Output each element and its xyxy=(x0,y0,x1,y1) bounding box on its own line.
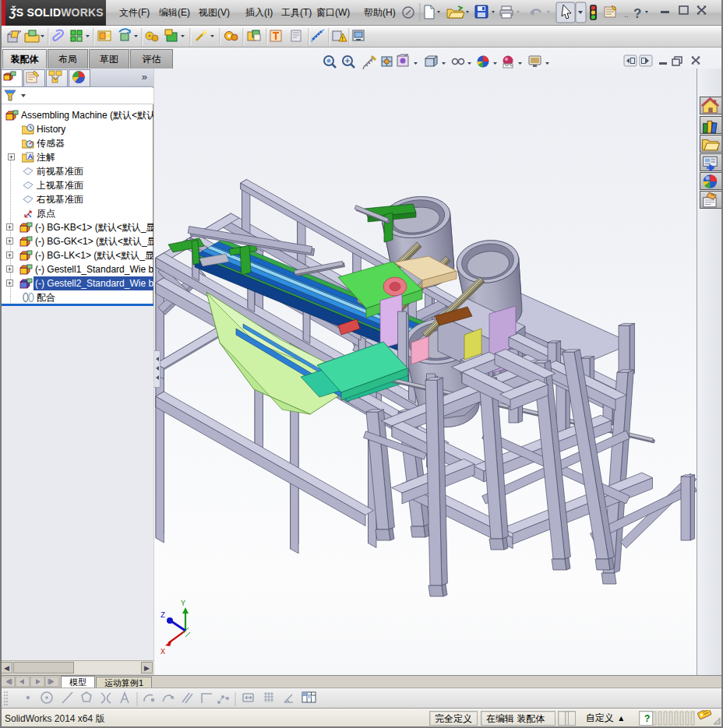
svg-text:Y: Y xyxy=(181,600,185,608)
svg-text:..: .. xyxy=(624,10,629,19)
svg-text:X: X xyxy=(160,648,165,656)
svg-text:A: A xyxy=(28,153,34,160)
svg-text:!: ! xyxy=(342,35,344,42)
svg-text:?: ? xyxy=(633,6,641,21)
svg-text:Z: Z xyxy=(160,611,165,620)
